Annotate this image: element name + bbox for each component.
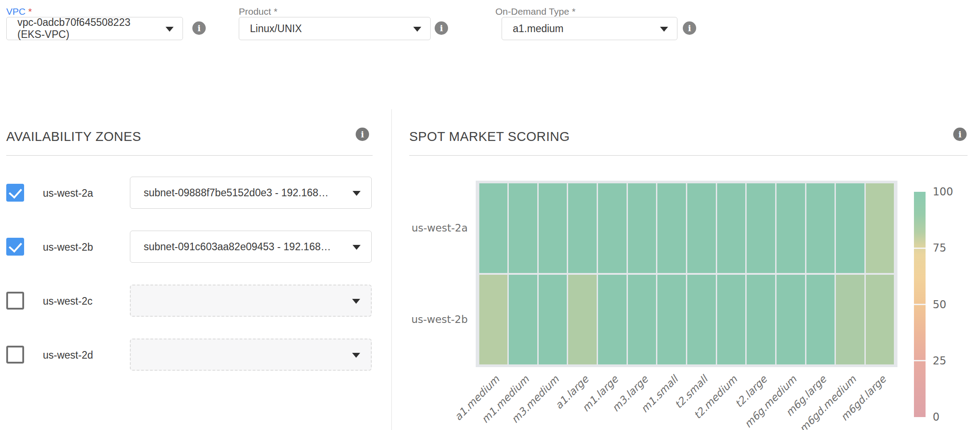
- heatmap-cell-us-west-2a-m6gd.large[interactable]: [866, 183, 894, 273]
- chevron-down-icon: [660, 27, 668, 32]
- colorbar-tick-label: 75: [933, 242, 947, 254]
- heatmap-cell-us-west-2b-m6gd.large[interactable]: [866, 275, 894, 364]
- panel-vertical-divider: [391, 109, 392, 430]
- vpc-label-text: VPC: [6, 6, 25, 17]
- heatmap-cell-us-west-2a-m3.large[interactable]: [628, 183, 656, 273]
- spot-configuration-page: VPC* vpc-0adcb70f645508223 (EKS-VPC) i P…: [0, 0, 980, 430]
- heatmap-cell-us-west-2a-m1.large[interactable]: [598, 183, 627, 273]
- vpc-field-label: VPC*: [6, 6, 32, 17]
- vpc-select[interactable]: vpc-0adcb70f645508223 (EKS-VPC): [6, 17, 183, 40]
- heatmap-cell-us-west-2b-m3.large[interactable]: [628, 275, 656, 364]
- product-label-text: Product: [239, 6, 271, 17]
- heatmap-cell-us-west-2a-m1.small[interactable]: [657, 183, 686, 273]
- info-glyph: i: [440, 23, 443, 33]
- heatmap-cell-us-west-2b-m3.medium[interactable]: [539, 275, 567, 364]
- az-checkbox-us-west-2b[interactable]: [6, 238, 24, 256]
- colorbar-tick-label: 0: [933, 411, 939, 423]
- heatmap-cell-us-west-2b-m1.small[interactable]: [657, 275, 686, 364]
- az-zone-label: us-west-2a: [43, 187, 93, 199]
- subnet-select-value: subnet-09888f7be5152d0e3 - 192.168…: [144, 187, 328, 199]
- product-field-label: Product*: [239, 6, 278, 17]
- product-info-icon[interactable]: i: [435, 21, 448, 35]
- heatmap-cell-us-west-2b-m1.large[interactable]: [598, 275, 627, 364]
- chevron-down-icon: [352, 353, 360, 358]
- heatmap-cell-us-west-2a-a1.large[interactable]: [568, 183, 597, 273]
- required-asterisk: *: [28, 6, 32, 17]
- heatmap-cell-us-west-2b-m6gd.medium[interactable]: [836, 275, 864, 364]
- subnet-select-us-west-2b[interactable]: subnet-091c603aa82e09453 - 192.168…: [130, 231, 372, 263]
- vpc-select-value: vpc-0adcb70f645508223 (EKS-VPC): [17, 17, 158, 41]
- heatmap-cell-us-west-2b-m6g.large[interactable]: [806, 275, 835, 364]
- on-demand-type-label-text: On-Demand Type: [495, 6, 569, 17]
- heatmap-cell-us-west-2b-a1.large[interactable]: [568, 275, 597, 364]
- required-asterisk: *: [274, 6, 277, 17]
- on-demand-type-info-icon[interactable]: i: [683, 21, 696, 35]
- heatmap-cell-us-west-2a-m6g.medium[interactable]: [777, 183, 805, 273]
- on-demand-type-field-label: On-Demand Type*: [495, 6, 576, 17]
- spot-market-scoring-info-icon[interactable]: i: [953, 128, 967, 141]
- required-asterisk: *: [572, 6, 575, 17]
- subnet-select-us-west-2d: [130, 339, 372, 371]
- heatmap-cell-us-west-2a-m1.medium[interactable]: [509, 183, 537, 273]
- heatmap-cell-us-west-2b-t2.small[interactable]: [687, 275, 716, 364]
- heatmap-cell-us-west-2b-m1.medium[interactable]: [509, 275, 537, 364]
- info-glyph: i: [361, 129, 364, 139]
- subnet-select-value: subnet-091c603aa82e09453 - 192.168…: [144, 241, 331, 253]
- info-glyph: i: [688, 23, 691, 33]
- spot-market-scoring-title: SPOT MARKET SCORING: [409, 129, 570, 144]
- chevron-down-icon: [353, 191, 361, 196]
- colorbar-tick-line: [914, 360, 926, 361]
- subnet-select-us-west-2a[interactable]: subnet-09888f7be5152d0e3 - 192.168…: [130, 177, 372, 209]
- heatmap-cell-us-west-2a-m3.medium[interactable]: [539, 183, 567, 273]
- colorbar-tick-label: 50: [933, 298, 947, 311]
- info-glyph: i: [197, 23, 200, 33]
- heatmap-cell-us-west-2b-m6g.medium[interactable]: [777, 275, 805, 364]
- spot-market-scoring-divider: [409, 155, 968, 156]
- availability-zones-divider: [6, 155, 373, 156]
- az-zone-label: us-west-2d: [43, 349, 93, 361]
- heatmap-cell-us-west-2a-t2.small[interactable]: [687, 183, 716, 273]
- chevron-down-icon: [166, 27, 174, 32]
- subnet-select-us-west-2c: [130, 285, 372, 317]
- heatmap-cell-us-west-2b-t2.large[interactable]: [747, 275, 775, 364]
- colorbar-tick-line: [914, 248, 926, 249]
- heatmap-cell-us-west-2a-m6g.large[interactable]: [806, 183, 835, 273]
- colorbar-tick-label: 100: [933, 186, 953, 198]
- az-zone-label: us-west-2b: [43, 241, 93, 253]
- heatmap-cell-us-west-2b-t2.medium[interactable]: [717, 275, 746, 364]
- heatmap-colorbar: [914, 192, 926, 417]
- heatmap-y-axis-label: us-west-2b: [370, 314, 468, 325]
- az-zone-label: us-west-2c: [43, 295, 92, 307]
- chevron-down-icon: [352, 299, 360, 304]
- on-demand-type-select-value: a1.medium: [513, 23, 564, 35]
- chevron-down-icon: [413, 27, 421, 32]
- heatmap-cell-us-west-2b-a1.medium[interactable]: [479, 275, 508, 364]
- product-select-value: Linux/UNIX: [250, 23, 302, 35]
- chevron-down-icon: [353, 245, 361, 250]
- colorbar-tick-label: 25: [933, 355, 947, 367]
- az-checkbox-us-west-2c[interactable]: [6, 292, 24, 310]
- heatmap-y-axis-label: us-west-2a: [370, 222, 468, 234]
- availability-zones-info-icon[interactable]: i: [356, 128, 369, 141]
- vpc-info-icon[interactable]: i: [192, 21, 206, 35]
- availability-zones-title: AVAILABILITY ZONES: [6, 129, 141, 144]
- heatmap-cell-us-west-2a-t2.large[interactable]: [747, 183, 775, 273]
- on-demand-type-select[interactable]: a1.medium: [502, 17, 677, 40]
- colorbar-tick-line: [914, 304, 926, 305]
- heatmap-x-axis-label: m6g.medium: [742, 373, 799, 430]
- heatmap-cell-us-west-2a-m6gd.medium[interactable]: [836, 183, 864, 273]
- heatmap-cell-us-west-2a-t2.medium[interactable]: [717, 183, 746, 273]
- heatmap-cell-us-west-2a-a1.medium[interactable]: [479, 183, 508, 273]
- product-select[interactable]: Linux/UNIX: [239, 17, 431, 40]
- az-checkbox-us-west-2a[interactable]: [6, 184, 24, 202]
- info-glyph: i: [958, 129, 961, 139]
- az-checkbox-us-west-2d[interactable]: [6, 346, 24, 364]
